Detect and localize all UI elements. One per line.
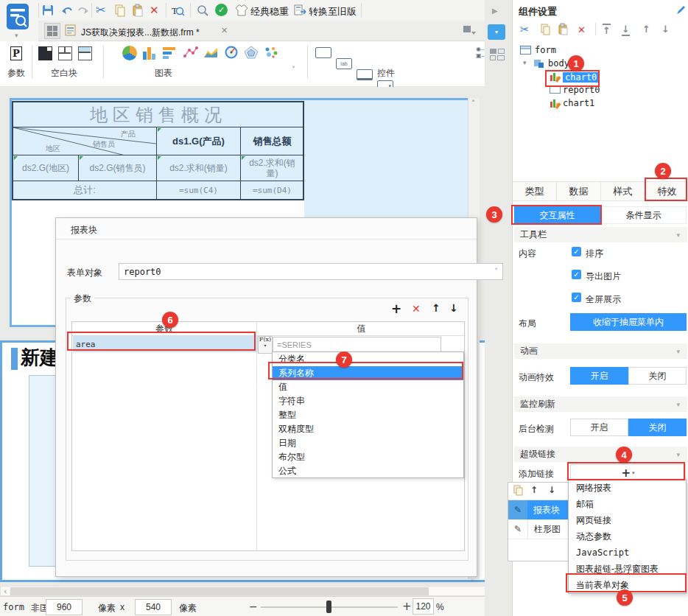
convert-doc-icon[interactable] — [293, 4, 306, 17]
dropdown-item[interactable]: 值 — [273, 380, 463, 394]
pencil-icon[interactable]: ✎ — [508, 500, 527, 519]
param-row-area[interactable]: area — [73, 336, 259, 352]
cell-sum-d4[interactable]: =sum(D4) — [240, 181, 303, 199]
horizontal-scrollbar[interactable]: ‹ › — [0, 586, 510, 596]
report-block-dialog[interactable]: 报表块 表单对象 report0 ˅ 参数 + ✕ ↑ ↓ 参数 值 area … — [55, 217, 477, 577]
bubble-chart-icon[interactable] — [264, 46, 278, 59]
menu-item-javascript[interactable]: JavaScript — [569, 545, 686, 561]
convert-old-version-label[interactable]: 转换至旧版 — [309, 5, 357, 18]
bar-chart-icon[interactable] — [163, 47, 175, 59]
copy-icon[interactable] — [113, 4, 127, 17]
edit-pencil-icon[interactable] — [675, 4, 687, 15]
validate-check-icon[interactable]: ✓ — [215, 4, 228, 16]
panel-toggle-button[interactable]: ▾ — [488, 24, 505, 40]
canvas-width-field[interactable]: 960 — [46, 599, 83, 615]
dropdown-item[interactable]: 字符串 — [273, 394, 463, 408]
dropdown-item[interactable]: 日期 — [273, 436, 463, 450]
radar-chart-icon[interactable] — [244, 46, 259, 59]
tab-close-icon[interactable]: ✕ — [221, 26, 228, 35]
blank-block-dark-icon[interactable] — [38, 46, 52, 60]
cell-d3[interactable]: ds2.求和(销量) — [240, 155, 303, 181]
section-chevron-icon[interactable]: ▾ — [676, 401, 680, 408]
tree-collapse-icon[interactable]: ▾ — [523, 59, 527, 66]
copy-icon[interactable] — [513, 485, 524, 496]
menu-item-chart-float-window[interactable]: 图表超链-悬浮窗图表 — [569, 561, 686, 577]
tab-effects[interactable]: 特效 — [645, 182, 688, 200]
checkbox-export-image[interactable]: ✓ — [572, 270, 581, 279]
preview-search-icon[interactable] — [196, 4, 209, 17]
move-top-icon[interactable]: ↑ — [603, 24, 611, 36]
move-bottom-icon[interactable]: ↓ — [622, 24, 630, 36]
diagonal-header-cell[interactable]: 产品 销售员 地区 — [13, 127, 156, 155]
param-move-down-icon[interactable]: ↓ — [449, 302, 458, 314]
subtab-condition-display[interactable]: 条件显示 — [600, 206, 687, 224]
gauge-chart-icon[interactable] — [224, 46, 239, 59]
save-button[interactable] — [41, 4, 55, 17]
textarea-widget-icon[interactable] — [357, 69, 373, 80]
checkbox-export-image-label[interactable]: 导出图片 — [586, 270, 621, 283]
move-down-icon[interactable]: ↓ — [661, 24, 670, 35]
area-chart-icon[interactable] — [203, 46, 218, 59]
move-up-icon[interactable]: ↑ — [530, 485, 538, 495]
section-hyperlink[interactable]: 超级链接 ▾ — [514, 447, 687, 462]
scroll-down-icon[interactable]: ˅ — [471, 579, 474, 588]
cell-sum-c4[interactable]: =sum(C4) — [156, 181, 240, 199]
tab-type[interactable]: 类型 — [513, 182, 557, 200]
delete-icon[interactable]: ✕ — [150, 4, 159, 17]
text-search-icon[interactable]: T — [170, 4, 185, 17]
paste-icon[interactable] — [131, 4, 144, 17]
paste-icon[interactable] — [557, 23, 569, 35]
tree-node-chart1[interactable]: chart1 — [563, 98, 594, 108]
checkbox-fullscreen[interactable]: ✓ — [572, 293, 581, 302]
cut-icon[interactable]: ✂ — [520, 23, 530, 36]
menu-item-dynamic-params[interactable]: 动态参数 — [569, 528, 686, 545]
dropdown-item[interactable]: 布尔型 — [273, 450, 463, 464]
animation-on-button[interactable]: 开启 — [570, 367, 628, 385]
collapse-to-drawer-button[interactable]: 收缩于抽屉菜单内 — [570, 313, 687, 331]
zoom-percent-field[interactable]: 120 — [413, 598, 434, 615]
param-value-input[interactable]: =SERIES — [273, 337, 441, 353]
scroll-up-icon[interactable]: ˄ — [471, 99, 475, 108]
checkbox-sort-label[interactable]: 排序 — [586, 248, 603, 260]
cell-c3[interactable]: ds2.求和(销量) — [156, 155, 240, 181]
template-grid-button[interactable] — [44, 23, 60, 39]
cell-d2[interactable]: 销售总额 — [240, 127, 303, 155]
value-type-dropdown[interactable]: 分类名 系列名称 值 字符串 整型 双精度型 日期 布尔型 公式 — [272, 351, 464, 478]
pencil-icon[interactable]: ✎ — [508, 519, 528, 539]
cell-total-label[interactable]: 总计: — [13, 181, 156, 199]
textbox-widget-icon[interactable] — [315, 47, 331, 58]
animation-off-button[interactable]: 关闭 — [628, 367, 687, 385]
param-add-icon[interactable]: + — [391, 301, 401, 316]
report-table[interactable]: 地区销售概况 产品 销售员 地区 ds1.G(产品) 销售总额 ds2.G(地区… — [12, 101, 304, 200]
tab-style[interactable]: 样式 — [601, 182, 645, 200]
select-chevron-icon[interactable]: ˅ — [494, 267, 498, 276]
theme-shirt-icon[interactable] — [234, 4, 249, 17]
scatter-chart-icon[interactable] — [183, 46, 198, 59]
cell-c2[interactable]: ds1.G(产品) — [156, 127, 240, 155]
hyperlink-row-label[interactable]: 报表块 — [533, 504, 560, 517]
canvas-height-field[interactable]: 540 — [135, 599, 172, 615]
section-chevron-icon[interactable]: ▾ — [676, 451, 680, 458]
collapse-panel-icon[interactable]: ▶ — [492, 7, 498, 15]
parameter-widget-icon[interactable]: P — [10, 46, 22, 60]
subtab-interaction[interactable]: 交互属性 — [514, 206, 600, 224]
section-animation[interactable]: 动画 ▾ — [514, 343, 687, 359]
delete-icon[interactable]: ✕ — [578, 24, 586, 35]
dropdown-item[interactable]: 公式 — [273, 464, 463, 478]
column-chart-icon[interactable] — [143, 46, 155, 60]
checkbox-fullscreen-label[interactable]: 全屏展示 — [586, 293, 621, 306]
formula-fx-button[interactable]: F(x)▾ — [258, 336, 273, 354]
background-check-off-button[interactable]: 关闭 — [628, 419, 687, 436]
move-down-icon[interactable]: ↓ — [548, 485, 555, 495]
section-monitor-refresh[interactable]: 监控刷新 ▾ — [514, 396, 687, 412]
move-up-icon[interactable]: ↑ — [642, 24, 650, 35]
menu-item-web-report[interactable]: 网络报表 — [569, 480, 686, 496]
section-toolbar[interactable]: 工具栏 ▾ — [514, 227, 687, 242]
logo-caret-icon[interactable]: ▾ — [15, 32, 18, 39]
cell-a3[interactable]: ds2.G(地区) — [13, 155, 78, 181]
tab-data[interactable]: 数据 — [557, 182, 601, 200]
blank-block-split-icon[interactable] — [58, 46, 72, 60]
cut-icon[interactable]: ✂ — [96, 3, 105, 17]
theme-label[interactable]: 经典稳重 — [250, 5, 289, 18]
copy-icon[interactable] — [539, 23, 552, 35]
